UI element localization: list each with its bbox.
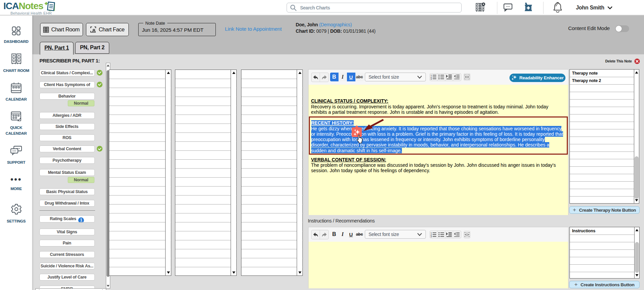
svg-text:3: 3 [431,78,432,80]
svg-text:3: 3 [431,236,432,237]
